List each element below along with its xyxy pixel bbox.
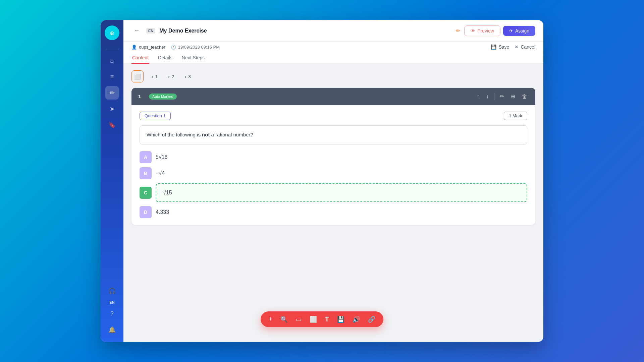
page-1-arrow: ›	[152, 74, 153, 79]
content-area: ⬜ › 1 › 2 › 3 1 Auto	[123, 64, 543, 342]
preview-icon: 👁	[471, 28, 475, 34]
search-icon[interactable]: 🔍	[280, 316, 288, 323]
mark-badge: 1 Mark	[504, 112, 527, 120]
rectangle-icon[interactable]: ▭	[296, 316, 302, 323]
add-icon[interactable]: +	[269, 316, 272, 323]
header: ← EN My Demo Exercise ✏ 👁 Preview ✈ Assi…	[123, 20, 543, 42]
page-toolbar: ⬜ › 1 › 2 › 3	[131, 69, 535, 84]
meta-row: 👤 oups_teacher 🕐 19/09/2023 09:15 PM 💾 S…	[131, 44, 535, 52]
link-icon[interactable]: 🔗	[368, 316, 375, 323]
sidebar-item-home[interactable]: ⌂	[105, 54, 119, 67]
header-actions: 👁 Preview ✈ Assign	[464, 25, 535, 36]
time-icon: 🕐	[171, 45, 176, 50]
meta-actions: 💾 Save ✕ Cancel	[491, 44, 535, 50]
move-down-icon[interactable]: ↓	[485, 92, 490, 101]
option-b-letter: B	[140, 167, 152, 179]
page-3-arrow: ›	[185, 74, 186, 79]
save-icon: 💾	[491, 44, 496, 50]
page-1-button[interactable]: › 1	[149, 73, 160, 80]
page-3-button[interactable]: › 3	[182, 73, 194, 80]
option-a-text: 5√16	[156, 154, 167, 160]
sidebar-item-help[interactable]: ?	[105, 307, 119, 320]
preview-button[interactable]: 👁 Preview	[464, 25, 500, 36]
question-card: 1 Auto Marked ↑ ↓ ✏ ⊕ 🗑 Question 1	[131, 88, 535, 225]
tab-next-steps[interactable]: Next Steps	[181, 52, 205, 64]
not-text: not	[202, 132, 210, 137]
option-b-text: −√4	[156, 170, 165, 176]
sidebar-item-library[interactable]: ≡	[105, 70, 119, 83]
option-c: C √15	[140, 183, 527, 202]
meta-user: 👤 oups_teacher	[131, 45, 165, 50]
option-d-letter: D	[140, 206, 152, 218]
back-button[interactable]: ←	[131, 25, 142, 36]
tab-details[interactable]: Details	[157, 52, 173, 64]
floating-toolbar: + 🔍 ▭ ⬜ T 💾 🔊 🔗	[261, 311, 383, 327]
audio-icon[interactable]: 🔊	[353, 316, 360, 323]
sub-header: 👤 oups_teacher 🕐 19/09/2023 09:15 PM 💾 S…	[123, 42, 543, 64]
sidebar-item-headset[interactable]: 🎧	[105, 284, 119, 298]
question-header: 1 Auto Marked ↑ ↓ ✏ ⊕ 🗑	[131, 88, 535, 105]
sidebar-divider	[105, 50, 119, 50]
app-logo: e	[105, 25, 119, 40]
option-c-letter: C	[140, 187, 152, 199]
options-list: A 5√16 B −√4 C √15	[140, 151, 527, 218]
meta-left: 👤 oups_teacher 🕐 19/09/2023 09:15 PM	[131, 45, 220, 50]
tabs: Content Details Next Steps	[131, 52, 535, 63]
sidebar-item-edit[interactable]: ✏	[105, 86, 119, 100]
page-layout-button[interactable]: ⬜	[131, 70, 144, 82]
question-label: Question 1	[140, 112, 171, 120]
auto-marked-badge: Auto Marked	[149, 94, 176, 100]
delete-question-icon[interactable]: 🗑	[521, 92, 529, 101]
question-header-actions: ↑ ↓ ✏ ⊕ 🗑	[475, 92, 529, 101]
sidebar-lang: EN	[109, 300, 114, 304]
page-2-button[interactable]: › 2	[166, 73, 177, 80]
option-c-text-box[interactable]: √15	[156, 183, 527, 202]
add-question-icon[interactable]: ⊕	[509, 92, 517, 101]
cancel-icon: ✕	[515, 44, 519, 50]
move-up-icon[interactable]: ↑	[475, 92, 481, 101]
sidebar-item-send[interactable]: ➤	[105, 102, 119, 116]
option-a-letter: A	[140, 151, 152, 163]
question-body: Question 1 1 Mark Which of the following…	[131, 105, 535, 225]
sidebar-item-bookmark[interactable]: 🔖	[105, 118, 119, 132]
save-toolbar-icon[interactable]: 💾	[337, 316, 344, 323]
assign-button[interactable]: ✈ Assign	[503, 26, 535, 36]
question-text: Which of the following is not a rational…	[140, 125, 527, 144]
option-d: D 4.333	[140, 206, 527, 218]
action-separator	[494, 93, 494, 100]
option-b: B −√4	[140, 167, 527, 179]
question-meta: Question 1 1 Mark	[140, 112, 527, 120]
page-2-arrow: ›	[168, 74, 170, 79]
option-c-text: √15	[163, 190, 172, 196]
option-d-text: 4.333	[156, 209, 169, 215]
edit-question-icon[interactable]: ✏	[498, 92, 505, 101]
meta-time: 🕐 19/09/2023 09:15 PM	[171, 45, 220, 50]
user-icon: 👤	[131, 45, 137, 50]
sidebar-item-bell[interactable]: 🔔	[105, 323, 119, 337]
assign-icon: ✈	[509, 28, 513, 34]
save-button[interactable]: 💾 Save	[491, 44, 509, 50]
cancel-button[interactable]: ✕ Cancel	[515, 44, 535, 50]
sidebar: e ⌂ ≡ ✏ ➤ 🔖 🎧 EN ? 🔔	[101, 20, 123, 342]
main-content: ← EN My Demo Exercise ✏ 👁 Preview ✈ Assi…	[123, 20, 543, 342]
edit-title-icon[interactable]: ✏	[456, 27, 460, 34]
screen-icon[interactable]: ⬜	[310, 316, 317, 323]
lang-badge: EN	[146, 28, 155, 34]
question-number: 1	[138, 94, 141, 99]
text-icon[interactable]: T	[325, 315, 329, 323]
tab-content[interactable]: Content	[131, 52, 149, 64]
option-a: A 5√16	[140, 151, 527, 163]
exercise-title: My Demo Exercise	[159, 28, 452, 34]
